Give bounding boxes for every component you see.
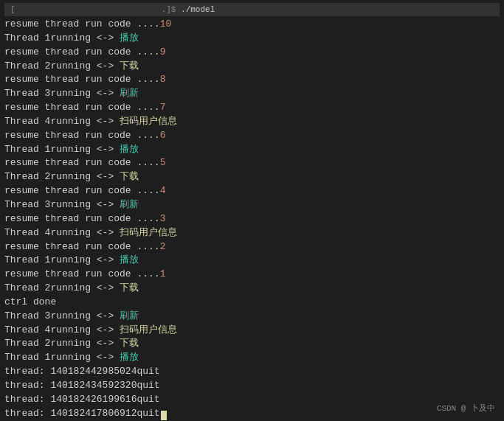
terminal-line: resume thread run code ....3 <box>4 212 500 226</box>
terminal-line: Thread 2running <-> 下载 <box>4 60 500 74</box>
terminal-line: Thread 4running <-> 扫码用户信息 <box>4 226 500 240</box>
terminal-line: Thread 4running <-> 扫码用户信息 <box>4 324 500 338</box>
terminal-line: resume thread run code ....7 <box>4 101 500 115</box>
terminal-line: Thread 1running <-> 播放 <box>4 32 500 46</box>
title-text: [ .]$ ./model <box>10 5 215 14</box>
terminal-line: Thread 1running <-> 播放 <box>4 351 500 365</box>
terminal-line: resume thread run code ....4 <box>4 184 500 198</box>
terminal-line: thread: 140182434592320quit <box>4 379 500 393</box>
terminal-body: resume thread run code ....10Thread 1run… <box>4 18 500 420</box>
terminal-line: resume thread run code ....2 <box>4 240 500 254</box>
terminal-line: resume thread run code ....10 <box>4 18 500 32</box>
watermark: CSDN @ 卜及中 <box>437 403 495 414</box>
terminal-line: resume thread run code ....8 <box>4 73 500 87</box>
terminal-line: Thread 3running <-> 刷新 <box>4 198 500 212</box>
terminal-line: Thread 3running <-> 刷新 <box>4 87 500 101</box>
terminal-line: Thread 2running <-> 下载 <box>4 170 500 184</box>
terminal-line: Thread 1running <-> 播放 <box>4 254 500 268</box>
terminal-line: thread: 140182426199616quit <box>4 393 500 407</box>
terminal-line: Thread 4running <-> 扫码用户信息 <box>4 115 500 129</box>
terminal-line: Thread 2running <-> 下载 <box>4 282 500 296</box>
terminal-line: resume thread run code ....5 <box>4 156 500 170</box>
terminal-line: thread: 140182417806912quit <box>4 407 500 421</box>
terminal-line: Thread 1running <-> 播放 <box>4 143 500 157</box>
terminal-line: thread: 140182442985024quit <box>4 365 500 379</box>
terminal-window: [ .]$ ./model resume thread run code ...… <box>0 0 504 421</box>
terminal-line: resume thread run code ....9 <box>4 46 500 60</box>
title-bar: [ .]$ ./model <box>4 3 500 16</box>
terminal-line: resume thread run code ....6 <box>4 129 500 143</box>
terminal-line: resume thread run code ....1 <box>4 268 500 282</box>
terminal-line: ctrl done <box>4 296 500 310</box>
terminal-line: Thread 2running <-> 下载 <box>4 337 500 351</box>
terminal-line: Thread 3running <-> 刷新 <box>4 310 500 324</box>
